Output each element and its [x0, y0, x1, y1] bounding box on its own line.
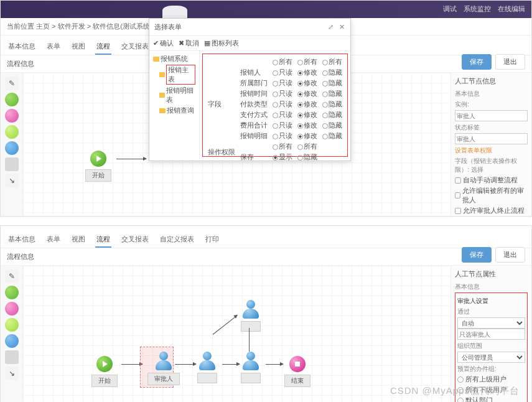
tool-end-icon[interactable] — [5, 109, 19, 123]
r2[interactable]: 默认部门 — [457, 396, 525, 402]
tool-auto-icon[interactable] — [5, 318, 19, 332]
tool-box-icon[interactable] — [5, 157, 19, 171]
arrow — [222, 364, 240, 365]
node-person-1[interactable]: 审批人 — [147, 352, 180, 385]
node-start-2[interactable]: 开始 — [91, 356, 118, 387]
tab2-view[interactable]: 视图 — [70, 232, 86, 248]
tool-person-icon[interactable] — [5, 141, 19, 155]
save-button-2[interactable]: 保存 — [462, 247, 492, 263]
subheader2: 流程信息 保存 退出 — [1, 248, 531, 266]
tool-palette: ✎ ↘ — [1, 73, 23, 216]
scope-select[interactable]: 公司管理员 — [457, 352, 525, 363]
dialog-pop-icon[interactable]: ⤢ — [327, 24, 334, 31]
tool-start-icon[interactable] — [5, 286, 19, 299]
right-panel-2: 人工节点属性 基本信息 审批人设置 通过 自动 组织范围 公司管理员 预置的办件… — [450, 266, 531, 402]
exit-button-2[interactable]: 退出 — [495, 247, 525, 263]
tab2-print[interactable]: 打印 — [204, 232, 220, 248]
tab-view[interactable]: 视图 — [70, 39, 86, 55]
dialog-toolbar: ✔确认 ✖取消 ▦图标列表 — [149, 36, 350, 51]
instance-field[interactable] — [455, 110, 528, 121]
tree-item-2[interactable]: 报销查询 — [152, 105, 197, 116]
dialog-close-icon[interactable]: ✕ — [338, 24, 345, 31]
node-person-3[interactable] — [241, 352, 261, 383]
dialog-title: 选择表单 ⤢ ✕ — [149, 19, 350, 36]
arrow-down — [249, 328, 250, 352]
status-field[interactable] — [455, 133, 528, 144]
r0[interactable]: 所有上级用户 — [457, 375, 525, 384]
tab-flow[interactable]: 流程 — [95, 39, 111, 55]
tool-box-icon[interactable] — [5, 350, 19, 364]
tab2-custom[interactable]: 自定义报表 — [159, 232, 195, 248]
flow-canvas-2[interactable]: 开始 审批人 — [23, 266, 450, 402]
link-debug[interactable]: 调试 — [443, 5, 457, 12]
node-start-label: 开始 — [91, 375, 118, 387]
node-person-label: 审批人 — [147, 373, 180, 385]
tool-start-icon[interactable] — [5, 93, 19, 106]
link-monitor[interactable]: 系统监控 — [464, 5, 491, 12]
app-header: 调试 系统监控 在线编辑 — [1, 1, 531, 18]
tabs2: 基本信息 表单 视图 流程 交叉报表 自定义报表 打印 — [1, 226, 531, 248]
chk-auto[interactable]: 自动手动调整流程 — [455, 175, 528, 185]
chk-allow1[interactable]: 允许编辑被所有的审批人 — [455, 186, 528, 205]
approver-field[interactable] — [457, 329, 525, 340]
node-end-label: 结束 — [284, 375, 310, 387]
node-person-2[interactable] — [197, 352, 217, 383]
tool-end-icon[interactable] — [5, 302, 19, 316]
permission-grid: 所有所有所有 字段 报销人只读修改隐藏 所属部门只读修改隐藏 报销时间只读修改隐… — [200, 51, 350, 159]
chk-allow2[interactable]: 允许审批人终止流程 — [455, 206, 528, 215]
tab2-flow[interactable]: 流程 — [95, 232, 111, 248]
arrow — [121, 364, 142, 365]
tool-palette-2: ✎ ↘ — [1, 266, 23, 402]
arrow-up — [213, 315, 238, 335]
node-start-label: 开始 — [85, 169, 111, 182]
tab-basic[interactable]: 基本信息 — [7, 39, 37, 55]
tool-person-icon[interactable] — [5, 334, 19, 348]
exit-button[interactable]: 退出 — [495, 54, 525, 70]
r1[interactable]: 所有下级用户 — [457, 385, 525, 395]
tool-line-icon[interactable]: ↘ — [5, 367, 19, 380]
node-end[interactable]: 结束 — [284, 356, 310, 387]
cancel-button[interactable]: ✖取消 — [179, 39, 199, 48]
node-start[interactable]: 开始 — [85, 151, 111, 182]
header-links: 调试 系统监控 在线编辑 — [438, 4, 525, 14]
tab-cross[interactable]: 交叉报表 — [120, 39, 150, 55]
node-person-top[interactable] — [241, 300, 261, 332]
panel-title: 人工节点属性 — [455, 269, 528, 279]
tool-pen-icon[interactable]: ✎ — [5, 269, 19, 283]
tree-root[interactable]: 报销系统 — [152, 54, 197, 64]
form-tree: 报销系统 报销主表 报销明细表 报销查询 — [149, 51, 200, 159]
tool-auto-icon[interactable] — [5, 125, 19, 139]
tool-line-icon[interactable]: ↘ — [5, 174, 19, 187]
link-edit[interactable]: 在线编辑 — [498, 5, 525, 12]
arrow — [266, 364, 283, 365]
select-form-dialog: 选择表单 ⤢ ✕ ✔确认 ✖取消 ▦图标列表 报销系统 报销主表 报销明细表 报… — [149, 18, 351, 161]
arrow — [175, 364, 196, 365]
arrow — [116, 159, 146, 159]
tab2-form[interactable]: 表单 — [45, 232, 62, 248]
iconlist-button[interactable]: ▦图标列表 — [204, 39, 239, 48]
save-button[interactable]: 保存 — [462, 54, 492, 70]
tab2-cross[interactable]: 交叉报表 — [120, 232, 150, 248]
right-panel: 人工节点信息 基本信息 实例: 状态标签 设置表单权限 字段（报销主表操作权限）… — [450, 73, 531, 216]
tab2-basic[interactable]: 基本信息 — [7, 232, 37, 248]
panel-title: 人工节点信息 — [455, 77, 528, 86]
tool-pen-icon[interactable]: ✎ — [5, 77, 19, 90]
tree-item-0[interactable]: 报销主表 — [152, 64, 197, 85]
tree-item-1[interactable]: 报销明细表 — [152, 85, 197, 105]
ok-button[interactable]: ✔确认 — [153, 39, 174, 48]
pass-select[interactable]: 自动 — [457, 317, 525, 329]
tab-form[interactable]: 表单 — [45, 39, 62, 55]
